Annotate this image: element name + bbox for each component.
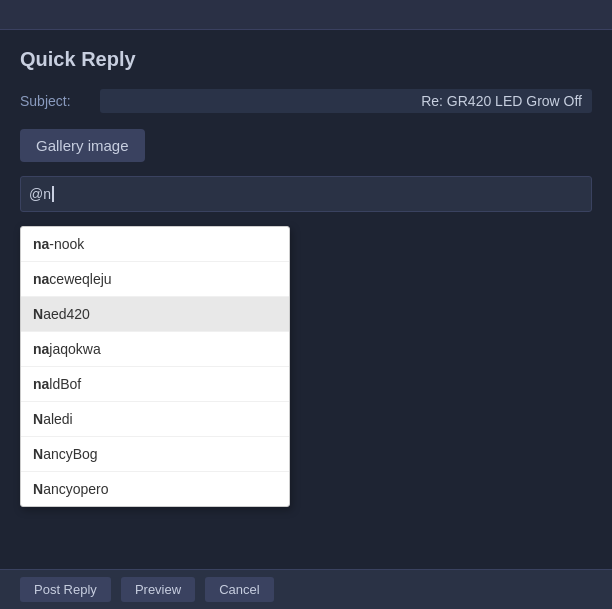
match-rest: ldBof [49, 376, 81, 392]
dropdown-item[interactable]: najaqokwa [21, 332, 289, 367]
match-bold: N [33, 306, 43, 322]
match-rest: ancyBog [43, 446, 97, 462]
input-text: @n [29, 186, 51, 202]
autocomplete-dropdown: na-nooknaceweqlejuNaed420najaqokwanaldBo… [20, 226, 290, 507]
bottom-toolbar: Post Reply Preview Cancel [0, 569, 612, 609]
quick-reply-title: Quick Reply [20, 48, 592, 71]
match-bold: N [33, 411, 43, 427]
match-rest: ceweqleju [49, 271, 111, 287]
match-rest: -nook [49, 236, 84, 252]
dropdown-item[interactable]: naceweqleju [21, 262, 289, 297]
preview-button[interactable]: Preview [121, 577, 195, 602]
text-cursor [52, 186, 54, 202]
match-bold: na [33, 236, 49, 252]
match-rest: aed420 [43, 306, 90, 322]
dropdown-item[interactable]: Nancyopero [21, 472, 289, 506]
reply-text-input[interactable]: @n [20, 176, 592, 212]
dropdown-item[interactable]: NancyBog [21, 437, 289, 472]
post-reply-button[interactable]: Post Reply [20, 577, 111, 602]
match-bold: na [33, 341, 49, 357]
gallery-image-button[interactable]: Gallery image [20, 129, 145, 162]
subject-label: Subject: [20, 93, 90, 109]
cancel-button[interactable]: Cancel [205, 577, 273, 602]
quick-reply-section: Quick Reply Subject: Re: GR420 LED Grow … [0, 30, 612, 212]
top-bar [0, 0, 612, 30]
match-rest: jaqokwa [49, 341, 100, 357]
dropdown-item[interactable]: Naledi [21, 402, 289, 437]
match-rest: ancyopero [43, 481, 108, 497]
match-rest: aledi [43, 411, 73, 427]
match-bold: N [33, 481, 43, 497]
dropdown-item[interactable]: na-nook [21, 227, 289, 262]
dropdown-item[interactable]: naldBof [21, 367, 289, 402]
subject-row: Subject: Re: GR420 LED Grow Off [20, 89, 592, 113]
match-bold: N [33, 446, 43, 462]
dropdown-scroll-area[interactable]: na-nooknaceweqlejuNaed420najaqokwanaldBo… [21, 227, 289, 506]
match-bold: na [33, 271, 49, 287]
subject-value: Re: GR420 LED Grow Off [100, 89, 592, 113]
dropdown-item[interactable]: Naed420 [21, 297, 289, 332]
match-bold: na [33, 376, 49, 392]
